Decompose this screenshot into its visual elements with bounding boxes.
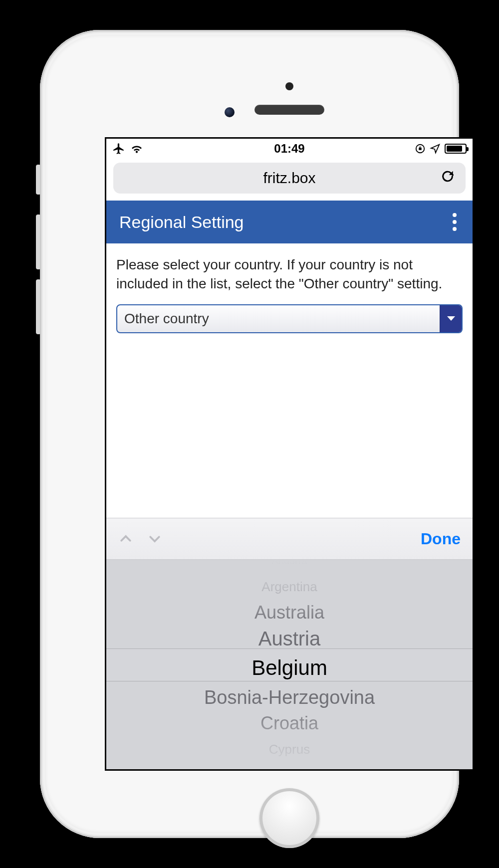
country-select-value: Other country: [117, 311, 440, 327]
picker-option[interactable]: Czech Republic: [254, 762, 324, 769]
battery-icon: [445, 144, 467, 154]
page-title: Regional Setting: [119, 213, 450, 232]
picker-toolbar: Done: [106, 518, 473, 560]
status-time: 01:49: [274, 142, 304, 156]
phone-earpiece: [254, 105, 324, 115]
screen: 01:49 fritz.box: [105, 137, 474, 771]
url-bar[interactable]: fritz.box: [113, 163, 466, 194]
airplane-mode-icon: [112, 142, 125, 155]
picker-done-button[interactable]: Done: [421, 530, 461, 548]
picker-option-selected[interactable]: Belgium: [251, 651, 327, 684]
picker-option[interactable]: Argentina: [261, 574, 317, 600]
picker-option[interactable]: Croatia: [260, 710, 318, 736]
country-select[interactable]: Other country: [116, 304, 463, 333]
picker-wheel[interactable]: Andorra Argentina Australia Austria Belg…: [106, 560, 473, 769]
picker-option[interactable]: Cyprus: [269, 736, 310, 762]
picker-option[interactable]: Andorra: [271, 560, 307, 574]
picker-option[interactable]: Bosnia-Herzegovina: [204, 684, 375, 710]
phone-front-camera: [225, 107, 235, 117]
wifi-icon: [130, 142, 143, 155]
chevron-down-icon: [440, 305, 462, 332]
browser-chrome: fritz.box: [106, 159, 473, 201]
phone-sensor: [285, 82, 293, 90]
picker-option[interactable]: Austria: [258, 626, 321, 651]
phone-frame: 01:49 fritz.box: [40, 30, 459, 838]
app-header: Regional Setting: [106, 201, 473, 243]
instruction-text: Please select your country. If your coun…: [116, 255, 463, 293]
home-button[interactable]: [259, 788, 319, 848]
url-text: fritz.box: [263, 170, 315, 187]
rotation-lock-icon: [415, 143, 426, 154]
picker-next-button[interactable]: [147, 531, 162, 546]
menu-button[interactable]: [450, 210, 460, 234]
location-icon: [430, 143, 441, 154]
picker-prev-button[interactable]: [118, 531, 133, 546]
status-bar: 01:49: [106, 139, 473, 159]
picker-option[interactable]: Australia: [254, 600, 324, 626]
reload-button[interactable]: [440, 169, 456, 188]
